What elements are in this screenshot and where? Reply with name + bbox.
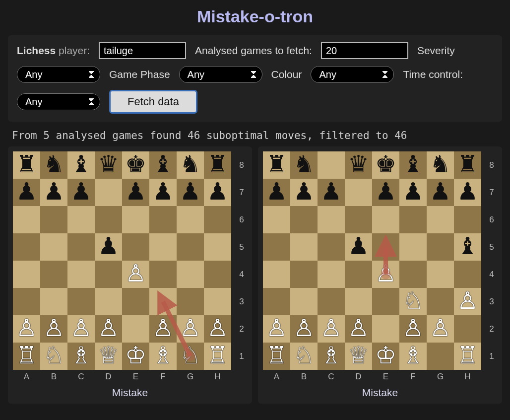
piece-wn: ♘ <box>43 344 64 367</box>
chess-board-1[interactable]: ♜♞♛♚♝♞♜♟♟♟♟♟♟♟♟♝♙♘♙♙♙♙♙♙♙♖♘♗♕♔♗♖ <box>263 151 486 370</box>
phase-select[interactable]: Any <box>179 66 262 83</box>
piece-br: ♜ <box>266 152 287 176</box>
severity-value: Any <box>25 69 42 80</box>
colour-select[interactable]: Any <box>311 66 394 83</box>
games-label: Analysed games to fetch: <box>195 45 312 57</box>
piece-wn: ♘ <box>293 344 315 367</box>
page-title: Mistake-o-tron <box>0 0 510 35</box>
board-panel-1: ♜♞♛♚♝♞♜♟♟♟♟♟♟♟♟♝♙♘♙♙♙♙♙♙♙♖♘♗♕♔♗♖ 8765432… <box>258 146 502 404</box>
rank-label: 6 <box>486 206 497 233</box>
controls-panel: Lichess player: Analysed games to fetch:… <box>8 35 502 122</box>
rank-label: 2 <box>486 315 497 343</box>
piece-bp: ♟ <box>207 180 228 204</box>
file-label: A <box>13 370 40 382</box>
file-label: C <box>318 370 345 382</box>
rank-label: 6 <box>236 206 247 233</box>
piece-bp: ♟ <box>430 180 451 204</box>
piece-bp: ♟ <box>152 180 174 204</box>
board-caption-0: Mistake <box>13 382 247 401</box>
piece-wr: ♖ <box>457 344 478 367</box>
piece-wq: ♕ <box>98 344 119 367</box>
piece-bq: ♛ <box>348 152 369 176</box>
piece-bp: ♟ <box>43 180 64 204</box>
file-label: G <box>177 370 204 382</box>
games-input[interactable] <box>321 42 408 59</box>
piece-bn: ♞ <box>430 152 451 176</box>
rank-label: 7 <box>486 179 497 206</box>
piece-wr: ♖ <box>16 344 37 367</box>
rank-label: 1 <box>486 343 497 370</box>
piece-bq: ♛ <box>98 152 119 176</box>
file-labels-1: ABCDEFGH <box>263 370 486 382</box>
piece-wp: ♙ <box>320 316 342 340</box>
file-label: B <box>40 370 67 382</box>
rank-label: 8 <box>486 151 497 179</box>
player-label: Lichess player: <box>17 45 90 57</box>
rank-label: 4 <box>236 261 247 288</box>
phase-label: Game Phase <box>109 69 170 80</box>
status-line: From 5 analysed games found 46 suboptima… <box>0 122 510 146</box>
fetch-button[interactable]: Fetch data <box>109 90 197 114</box>
board-caption-1: Mistake <box>263 382 497 401</box>
piece-wp: ♙ <box>70 316 92 340</box>
piece-wp: ♙ <box>293 316 315 340</box>
piece-bn: ♞ <box>180 152 201 176</box>
piece-wp: ♙ <box>375 262 396 285</box>
file-label: D <box>345 370 372 382</box>
file-label: A <box>263 370 290 382</box>
piece-bb: ♝ <box>457 234 478 258</box>
rank-labels-0: 87654321 <box>236 151 247 370</box>
player-label-strong: Lichess <box>17 45 56 56</box>
piece-bp: ♟ <box>402 180 424 204</box>
piece-wp: ♙ <box>152 316 174 340</box>
severity-label: Severity <box>417 45 455 57</box>
piece-wn: ♘ <box>402 289 424 313</box>
tc-select[interactable]: Any <box>17 93 100 110</box>
piece-wb: ♗ <box>152 344 174 367</box>
piece-wb: ♗ <box>320 344 342 367</box>
file-label: C <box>67 370 95 382</box>
piece-wp: ♙ <box>16 316 37 340</box>
file-label: F <box>149 370 177 382</box>
file-labels-0: ABCDEFGH <box>13 370 236 382</box>
piece-bb: ♝ <box>152 152 174 176</box>
piece-bn: ♞ <box>43 152 64 176</box>
piece-wq: ♕ <box>348 344 369 367</box>
tc-label: Time control: <box>403 69 463 80</box>
piece-bp: ♟ <box>375 180 396 204</box>
file-label: B <box>290 370 318 382</box>
rank-label: 8 <box>236 151 247 179</box>
rank-labels-1: 87654321 <box>486 151 497 370</box>
piece-wr: ♖ <box>207 344 228 367</box>
piece-br: ♜ <box>207 152 228 176</box>
tc-value: Any <box>25 96 42 108</box>
chess-board-0[interactable]: ♜♞♝♛♚♝♞♜♟♟♟♟♟♟♟♟♙♙♙♙♙♙♙♙♖♘♗♕♔♗♘♖ <box>13 151 236 370</box>
file-label: G <box>427 370 454 382</box>
piece-bp: ♟ <box>70 180 92 204</box>
piece-wr: ♖ <box>266 344 287 367</box>
rank-label: 2 <box>236 315 247 343</box>
file-label: H <box>454 370 481 382</box>
piece-wp: ♙ <box>457 289 478 313</box>
piece-wp: ♙ <box>43 316 64 340</box>
piece-bn: ♞ <box>293 152 315 176</box>
piece-bk: ♚ <box>375 152 396 176</box>
piece-wp: ♙ <box>430 316 451 340</box>
piece-bp: ♟ <box>266 180 287 204</box>
piece-wb: ♗ <box>402 344 424 367</box>
piece-wp: ♙ <box>180 316 201 340</box>
player-input[interactable] <box>99 42 186 59</box>
piece-bk: ♚ <box>125 152 146 176</box>
rank-label: 3 <box>236 288 247 315</box>
piece-wp: ♙ <box>207 316 228 340</box>
rank-label: 7 <box>236 179 247 206</box>
piece-wp: ♙ <box>98 316 119 340</box>
severity-select[interactable]: Any <box>17 66 100 83</box>
piece-wp: ♙ <box>125 262 146 285</box>
piece-wp: ♙ <box>266 316 287 340</box>
rank-label: 1 <box>236 343 247 370</box>
rank-label: 3 <box>486 288 497 315</box>
phase-value: Any <box>188 69 204 80</box>
piece-wp: ♙ <box>348 316 369 340</box>
colour-value: Any <box>319 69 336 80</box>
